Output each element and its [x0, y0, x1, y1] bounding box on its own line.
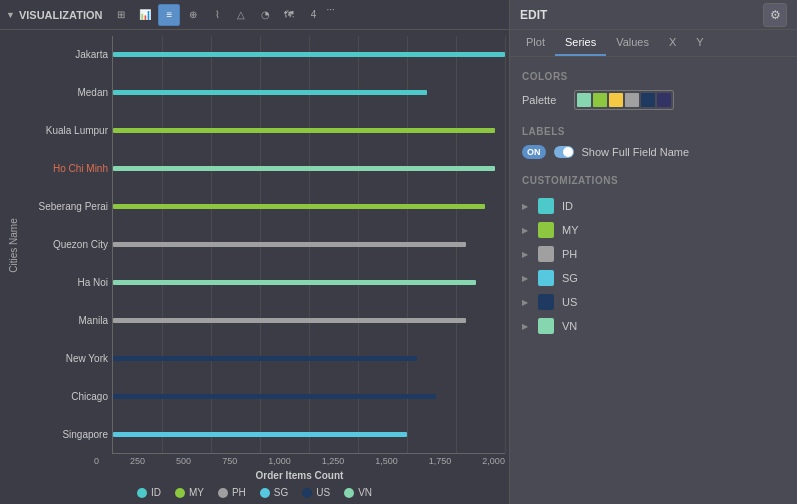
city-bar-group [113, 188, 505, 226]
city-bar-group [113, 415, 505, 453]
map-icon[interactable]: 🗺 [278, 4, 300, 26]
city-label: Seberang Perai [26, 202, 108, 212]
area-icon[interactable]: △ [230, 4, 252, 26]
city-bar-group [113, 301, 505, 339]
bar-icon[interactable]: 📊 [134, 4, 156, 26]
swatch [609, 93, 623, 107]
customization-item-my[interactable]: ▶ MY [522, 218, 785, 242]
custom-label: ID [562, 200, 573, 212]
x-tick: 250 [130, 456, 145, 466]
chart-legend: ID MY PH SG US VN [4, 483, 505, 500]
legend-item-sg: SG [260, 487, 288, 498]
labels-label: LABELS [522, 126, 785, 137]
city-bar-group [113, 377, 505, 415]
expand-triangle: ▶ [522, 298, 530, 307]
city-bar-group [113, 74, 505, 112]
palette-label: Palette [522, 94, 564, 106]
edit-tab-series[interactable]: Series [555, 30, 606, 56]
legend-dot [137, 488, 147, 498]
customization-item-ph[interactable]: ▶ PH [522, 242, 785, 266]
legend-label: SG [274, 487, 288, 498]
city-label: Manila [26, 316, 108, 326]
visualization-panel: ▼ VISUALIZATION ⊞ 📊 ≡ ⊕ ⌇ △ ◔ 🗺 4 ··· Ci… [0, 0, 510, 504]
legend-dot [175, 488, 185, 498]
bar-vn [113, 280, 476, 285]
custom-swatch [538, 222, 554, 238]
custom-label: VN [562, 320, 577, 332]
toggle-row: ON Show Full Field Name [522, 145, 785, 159]
legend-dot [218, 488, 228, 498]
legend-dot [302, 488, 312, 498]
bar-ph [113, 318, 466, 323]
legend-item-vn: VN [344, 487, 372, 498]
city-label: Singapore [26, 430, 108, 440]
city-label: Chicago [26, 392, 108, 402]
edit-title: EDIT [520, 8, 547, 22]
line-icon[interactable]: ⌇ [206, 4, 228, 26]
chart-inner: JakartaMedanKuala LumpurHo Chi MinhSeber… [22, 36, 505, 454]
gear-button[interactable]: ⚙ [763, 3, 787, 27]
x-tick: 1,500 [375, 456, 398, 466]
bar-vn [113, 166, 495, 171]
swatch [593, 93, 607, 107]
palette-swatches[interactable] [574, 90, 674, 110]
city-bar-group [113, 226, 505, 264]
x-tick: 750 [222, 456, 237, 466]
x-tick: 500 [176, 456, 191, 466]
edit-tab-x[interactable]: X [659, 30, 686, 56]
expand-triangle: ▶ [522, 202, 530, 211]
scatter-icon[interactable]: ⊕ [182, 4, 204, 26]
edit-header: EDIT ⚙ [510, 0, 797, 30]
pie-icon[interactable]: ◔ [254, 4, 276, 26]
legend-item-ph: PH [218, 487, 246, 498]
legend-item-us: US [302, 487, 330, 498]
x-tick: 0 [94, 456, 99, 466]
city-label: Ha Noi [26, 278, 108, 288]
custom-swatch [538, 294, 554, 310]
bar-my [113, 128, 495, 133]
bar-ph [113, 242, 466, 247]
y-axis-label-container: Cities Name [4, 36, 22, 454]
swatch [641, 93, 655, 107]
customizations-section: CUSTOMIZATIONS ▶ ID ▶ MY ▶ PH ▶ SG ▶ US … [522, 175, 785, 338]
toggle-on-badge: ON [522, 145, 546, 159]
bars-grid [112, 36, 505, 454]
toolbar-more[interactable]: ··· [326, 4, 334, 26]
swatch [657, 93, 671, 107]
legend-item-id: ID [137, 487, 161, 498]
table-icon[interactable]: ⊞ [110, 4, 132, 26]
bar-us [113, 356, 417, 361]
palette-row: Palette [522, 90, 785, 110]
chart-area: Cities Name JakartaMedanKuala LumpurHo C… [4, 36, 505, 454]
chart-container: Cities Name JakartaMedanKuala LumpurHo C… [0, 30, 509, 504]
labels-section: LABELS ON Show Full Field Name [522, 126, 785, 159]
x-axis-label: Order Items Count [94, 468, 505, 483]
hbar-icon[interactable]: ≡ [158, 4, 180, 26]
legend-dot [260, 488, 270, 498]
customization-item-sg[interactable]: ▶ SG [522, 266, 785, 290]
custom-swatch [538, 318, 554, 334]
city-label: Ho Chi Minh [26, 164, 108, 174]
custom-label: SG [562, 272, 578, 284]
legend-label: ID [151, 487, 161, 498]
city-label: Quezon City [26, 240, 108, 250]
edit-panel: EDIT ⚙ PlotSeriesValuesXY COLORS Palette… [510, 0, 797, 504]
city-bar-group [113, 150, 505, 188]
edit-tab-plot[interactable]: Plot [516, 30, 555, 56]
x-axis-ticks: 02505007501,0001,2501,5001,7502,000 [94, 454, 505, 468]
edit-tab-values[interactable]: Values [606, 30, 659, 56]
customization-item-vn[interactable]: ▶ VN [522, 314, 785, 338]
y-axis-label: Cities Name [8, 218, 19, 272]
legend-dot [344, 488, 354, 498]
edit-tab-y[interactable]: Y [686, 30, 713, 56]
city-bar-group [113, 112, 505, 150]
x-tick: 2,000 [482, 456, 505, 466]
legend-label: VN [358, 487, 372, 498]
customization-item-us[interactable]: ▶ US [522, 290, 785, 314]
custom-swatch [538, 198, 554, 214]
show-field-toggle[interactable] [554, 146, 574, 158]
num-icon[interactable]: 4 [302, 4, 324, 26]
city-label: Medan [26, 88, 108, 98]
customization-item-id[interactable]: ▶ ID [522, 194, 785, 218]
toolbar-icons: ⊞ 📊 ≡ ⊕ ⌇ △ ◔ 🗺 4 ··· [110, 4, 334, 26]
